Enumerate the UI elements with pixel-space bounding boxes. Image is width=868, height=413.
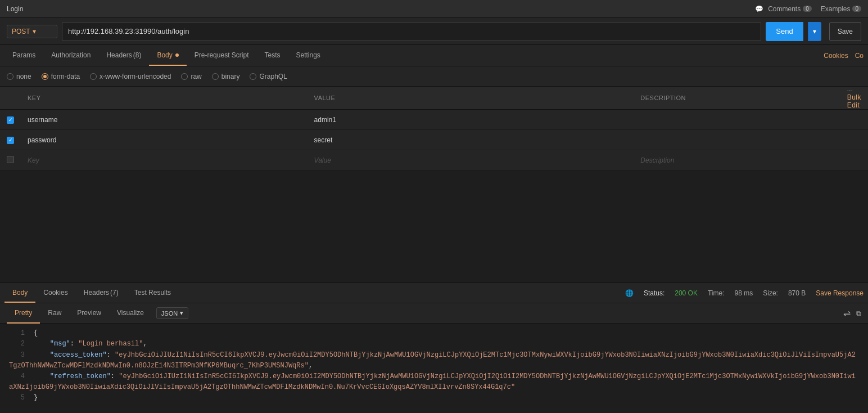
body-type-form-data[interactable]: form-data: [42, 73, 80, 80]
body-type-urlencoded[interactable]: x-www-form-urlencoded: [90, 73, 171, 80]
fmt-tab-visualize[interactable]: Visualize: [109, 303, 152, 324]
row1-description[interactable]: [634, 110, 840, 130]
fmt-tab-pretty[interactable]: Pretty: [7, 303, 40, 324]
resp-tab-headers[interactable]: Headers (7): [76, 283, 126, 303]
response-section: Body Cookies Headers (7) Test Results 🌐 …: [0, 282, 868, 413]
url-bar: POST ▾ Send ▾ Save: [0, 18, 868, 45]
body-table-container: KEY VALUE DESCRIPTION ··· Bulk Edit user…: [0, 87, 868, 170]
response-tabs-bar: Body Cookies Headers (7) Test Results 🌐 …: [0, 283, 868, 303]
tab-headers[interactable]: Headers (8): [98, 45, 149, 66]
col-checkbox: [0, 87, 21, 110]
method-label: POST: [12, 28, 30, 35]
bulk-edit-button[interactable]: Bulk Edit: [847, 93, 861, 109]
none-radio[interactable]: [7, 73, 13, 80]
save-button[interactable]: Save: [829, 22, 861, 41]
copy-icon[interactable]: ⧉: [856, 309, 861, 317]
row2-value[interactable]: secret: [308, 130, 634, 150]
send-dropdown-button[interactable]: ▾: [808, 22, 821, 41]
title-bar: Login 💬 Comments 0 Examples 0: [0, 0, 868, 18]
resp-tab-test-results[interactable]: Test Results: [126, 283, 179, 303]
json-viewer: 1{ 2 "msg": "Login berhasil", 3 "access_…: [0, 324, 868, 413]
fmt-tab-preview[interactable]: Preview: [69, 303, 109, 324]
binary-radio[interactable]: [212, 73, 219, 80]
status-value: 200 OK: [675, 289, 698, 297]
upper-section: POST ▾ Send ▾ Save Params Authorization …: [0, 18, 868, 282]
row2-description[interactable]: [634, 130, 840, 150]
tab-tests[interactable]: Tests: [256, 45, 288, 66]
col-value-header: VALUE: [308, 87, 634, 110]
body-active-dot: [175, 53, 179, 57]
tab-authorization[interactable]: Authorization: [43, 45, 98, 66]
raw-radio[interactable]: [181, 73, 188, 80]
body-type-none[interactable]: none: [7, 73, 31, 80]
request-tabs: Params Authorization Headers (8) Body Pr…: [0, 45, 868, 66]
body-type-graphql[interactable]: GraphQL: [250, 73, 287, 80]
body-type-raw[interactable]: raw: [181, 73, 201, 80]
comments-tab[interactable]: 💬 Comments 0: [755, 5, 812, 13]
table-row: username admin1: [0, 110, 868, 130]
url-input[interactable]: [62, 22, 761, 41]
format-icon[interactable]: ⇌: [843, 308, 851, 318]
time-label: Time:: [708, 289, 725, 297]
title-bar-right: 💬 Comments 0 Examples 0: [755, 5, 861, 13]
body-type-bar: none form-data x-www-form-urlencoded raw…: [0, 66, 868, 87]
empty-value[interactable]: Value: [308, 150, 634, 170]
globe-icon: 🌐: [625, 289, 634, 297]
cookies-link[interactable]: Cookies: [824, 52, 848, 60]
tab-settings[interactable]: Settings: [288, 45, 328, 66]
row1-key[interactable]: username: [21, 110, 308, 130]
examples-tab[interactable]: Examples 0: [821, 5, 861, 13]
form-data-radio[interactable]: [42, 73, 48, 80]
body-table: KEY VALUE DESCRIPTION ··· Bulk Edit user…: [0, 87, 868, 170]
title-bar-left: Login: [7, 5, 23, 13]
fmt-type-dropdown[interactable]: JSON ▾: [156, 307, 188, 319]
empty-key[interactable]: Key: [21, 150, 308, 170]
col-actions: ··· Bulk Edit: [840, 87, 868, 110]
col-key-header: KEY: [21, 87, 308, 110]
tab-body[interactable]: Body: [149, 45, 186, 66]
col-description-header: DESCRIPTION: [634, 87, 840, 110]
response-actions: ⇌ ⧉: [843, 308, 861, 318]
row2-key[interactable]: password: [21, 130, 308, 150]
row2-checkbox[interactable]: [7, 137, 14, 144]
tab-pre-request[interactable]: Pre-request Script: [187, 45, 257, 66]
more-icon[interactable]: ···: [847, 87, 853, 93]
fmt-tab-raw[interactable]: Raw: [40, 303, 69, 324]
status-label: Status:: [644, 289, 664, 297]
size-label: Size:: [763, 289, 778, 297]
size-value: 870 B: [788, 289, 806, 297]
code-link[interactable]: Co: [855, 52, 864, 60]
empty-table-row: Key Value Description: [0, 150, 868, 170]
fmt-arrow: ▾: [180, 309, 183, 317]
empty-checkbox[interactable]: [7, 156, 14, 163]
request-spacer: [0, 170, 868, 282]
row1-checkbox[interactable]: [7, 116, 14, 124]
graphql-radio[interactable]: [250, 73, 256, 80]
tab-params[interactable]: Params: [4, 45, 43, 66]
method-arrow: ▾: [33, 28, 36, 35]
urlencoded-radio[interactable]: [90, 73, 97, 80]
row1-value[interactable]: admin1: [308, 110, 634, 130]
app-title: Login: [7, 5, 23, 13]
resp-tab-cookies[interactable]: Cookies: [35, 283, 75, 303]
response-format-bar: Pretty Raw Preview Visualize JSON ▾ ⇌ ⧉: [0, 303, 868, 324]
save-response-button[interactable]: Save Response: [816, 289, 864, 297]
send-button[interactable]: Send: [766, 22, 803, 41]
send-dropdown-arrow: ▾: [813, 28, 816, 35]
empty-description[interactable]: Description: [634, 150, 840, 170]
body-type-binary[interactable]: binary: [212, 73, 240, 80]
time-value: 98 ms: [735, 289, 753, 297]
resp-tab-body[interactable]: Body: [4, 283, 35, 303]
method-select[interactable]: POST ▾: [7, 25, 57, 38]
table-row: password secret: [0, 130, 868, 150]
